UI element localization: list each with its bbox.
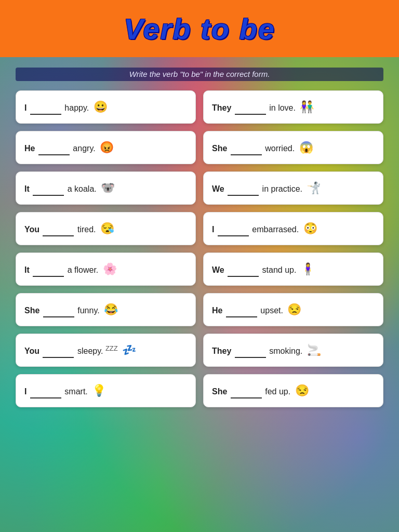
blank-0 — [30, 102, 61, 115]
main-content: Write the verb "to be" in the correct fo… — [0, 57, 399, 532]
emoji-icon-15: 😒 — [295, 384, 309, 397]
blank-3 — [231, 143, 262, 155]
emoji-icon-12: 💤 — [122, 343, 136, 356]
card-item: They smoking. 🚬 — [203, 334, 383, 367]
zzz-icon: ZZZ — [105, 344, 118, 352]
blank-7 — [218, 224, 249, 236]
card-text-8: It a flower. 🌸 — [24, 261, 117, 277]
blank-4 — [33, 183, 64, 196]
card-text-15: She fed up. 😒 — [212, 383, 309, 399]
cards-grid: I happy. 😀They in love. 👫He angry. 😡She … — [16, 90, 383, 407]
blank-10 — [43, 305, 74, 317]
card-text-2: He angry. 😡 — [24, 140, 114, 156]
card-item: She fed up. 😒 — [203, 374, 383, 407]
card-text-13: They smoking. 🚬 — [212, 342, 321, 358]
card-item: You sleepy. ZZZ 💤 — [16, 334, 196, 367]
card-item: It a flower. 🌸 — [16, 252, 196, 286]
blank-2 — [38, 143, 70, 155]
emoji-icon-14: 💡 — [92, 384, 106, 397]
emoji-icon-5: 🤺 — [307, 181, 321, 194]
card-text-10: She funny. 😂 — [24, 302, 118, 318]
blank-12 — [43, 345, 74, 358]
blank-8 — [33, 264, 64, 277]
card-text-1: They in love. 👫 — [212, 99, 314, 115]
card-item: I happy. 😀 — [16, 90, 196, 124]
emoji-icon-0: 😀 — [94, 100, 108, 113]
emoji-icon-6: 😪 — [100, 222, 114, 235]
emoji-icon-9: 🧍‍♀️ — [301, 262, 315, 275]
card-text-11: He upset. 😒 — [212, 302, 301, 318]
emoji-icon-10: 😂 — [104, 303, 118, 316]
card-item: We in practice. 🤺 — [203, 171, 383, 205]
card-text-3: She worried. 😱 — [212, 140, 313, 156]
emoji-icon-3: 😱 — [299, 141, 313, 154]
blank-14 — [30, 386, 61, 398]
card-text-9: We stand up. 🧍‍♀️ — [212, 261, 315, 277]
blank-11 — [226, 305, 257, 317]
card-item: He angry. 😡 — [16, 131, 196, 164]
emoji-icon-11: 😒 — [287, 303, 301, 316]
card-text-7: I embarrased. 😳 — [212, 221, 317, 237]
blank-6 — [43, 224, 74, 236]
page-title: Verb to be — [124, 12, 275, 46]
card-item: She worried. 😱 — [203, 131, 383, 164]
instruction-bar: Write the verb "to be" in the correct fo… — [16, 68, 383, 81]
card-item: We stand up. 🧍‍♀️ — [203, 252, 383, 286]
blank-13 — [235, 345, 266, 358]
emoji-icon-7: 😳 — [303, 222, 317, 235]
blank-1 — [235, 102, 266, 115]
emoji-icon-13: 🚬 — [307, 343, 321, 356]
card-text-12: You sleepy. ZZZ 💤 — [24, 342, 136, 358]
card-item: I embarrased. 😳 — [203, 212, 383, 245]
card-text-0: I happy. 😀 — [24, 99, 108, 115]
card-text-4: It a koala. 🐨 — [24, 180, 115, 196]
card-item: She funny. 😂 — [16, 293, 196, 326]
blank-15 — [231, 386, 262, 398]
emoji-icon-8: 🌸 — [103, 262, 117, 275]
card-item: You tired. 😪 — [16, 212, 196, 245]
blank-5 — [228, 183, 259, 196]
blank-9 — [228, 264, 259, 277]
card-item: I smart. 💡 — [16, 374, 196, 407]
card-text-14: I smart. 💡 — [24, 383, 106, 399]
card-text-6: You tired. 😪 — [24, 221, 114, 237]
header: Verb to be — [0, 0, 399, 57]
card-item: They in love. 👫 — [203, 90, 383, 124]
card-item: It a koala. 🐨 — [16, 171, 196, 205]
emoji-icon-2: 😡 — [100, 141, 114, 154]
card-text-5: We in practice. 🤺 — [212, 180, 321, 196]
instruction-text: Write the verb "to be" in the correct fo… — [129, 70, 270, 78]
emoji-icon-1: 👫 — [300, 100, 314, 113]
emoji-icon-4: 🐨 — [101, 181, 115, 194]
card-item: He upset. 😒 — [203, 293, 383, 326]
